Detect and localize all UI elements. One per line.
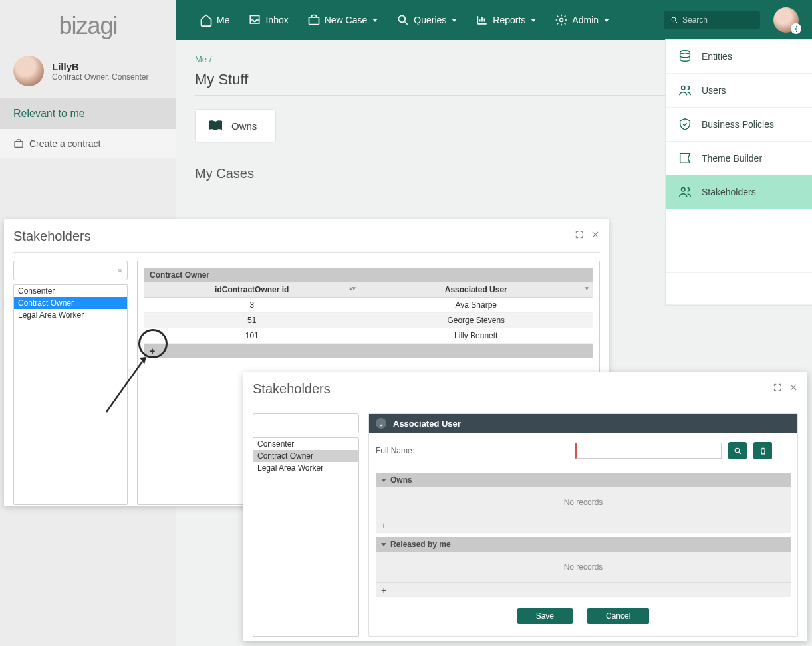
lookup-button[interactable] — [728, 442, 747, 459]
stakeholder-type-search[interactable] — [253, 413, 359, 433]
owns-empty: No records — [376, 487, 791, 518]
chevron-down-icon — [381, 479, 386, 482]
admin-users-label: Users — [702, 85, 726, 96]
nav-reports-label: Reports — [493, 15, 525, 25]
global-search[interactable] — [664, 11, 760, 29]
chevron-down-icon — [381, 543, 386, 546]
released-add-button[interactable]: + — [376, 582, 791, 597]
stakeholders-form-dialog: Stakeholders Consenter Contract Owner Le… — [243, 372, 807, 641]
sort-icon[interactable]: ▴▾ — [349, 285, 356, 292]
expand-icon[interactable] — [575, 230, 584, 239]
caret-icon — [452, 19, 457, 22]
cancel-button[interactable]: Cancel — [587, 608, 649, 624]
owns-add-button[interactable]: + — [376, 518, 791, 533]
caret-icon — [372, 19, 378, 22]
book-icon — [207, 119, 223, 132]
svg-point-1 — [399, 15, 406, 22]
owns-section-header[interactable]: Owns — [376, 473, 791, 487]
admin-item-placeholder[interactable]: › — [666, 241, 812, 273]
chart-icon — [475, 13, 489, 27]
released-section-header[interactable]: Released by me — [376, 537, 791, 552]
list-item[interactable]: Consenter — [253, 438, 358, 450]
close-icon[interactable] — [789, 383, 798, 392]
user-role: Contract Owner, Consenter — [52, 72, 148, 82]
svg-point-2 — [560, 19, 563, 22]
user-avatar[interactable] — [773, 7, 799, 33]
stakeholder-type-search-input[interactable] — [18, 266, 118, 275]
nav-queries-label: Queries — [414, 15, 446, 25]
svg-point-9 — [118, 269, 121, 271]
clear-button[interactable] — [753, 442, 772, 459]
close-icon[interactable] — [591, 230, 600, 239]
full-name-label: Full Name: — [376, 446, 569, 455]
released-empty: No records — [376, 552, 791, 582]
nav-new-case[interactable]: New Case — [301, 9, 385, 31]
filter-icon[interactable]: ▾ — [585, 285, 589, 292]
list-item[interactable]: Contract Owner — [253, 450, 358, 462]
table-row[interactable]: 51George Stevens — [144, 313, 593, 328]
stakeholder-type-list: Consenter Contract Owner Legal Area Work… — [253, 437, 359, 637]
shield-icon — [678, 117, 692, 132]
add-row-button[interactable]: + — [144, 344, 593, 358]
admin-item-placeholder[interactable]: › — [666, 273, 812, 305]
admin-stakeholders[interactable]: Stakeholders › — [666, 175, 812, 209]
list-item[interactable]: Contract Owner — [14, 297, 127, 309]
nav-inbox-label: Inbox — [265, 15, 288, 25]
search-input[interactable] — [682, 15, 753, 25]
admin-theme-label: Theme Builder — [702, 153, 762, 163]
admin-entities[interactable]: Entities › — [666, 40, 812, 74]
admin-stakeholders-label: Stakeholders — [702, 187, 756, 197]
stakeholder-form: ⌄ Associated User Full Name: Owns No rec… — [368, 413, 798, 637]
logo: bizagi — [0, 0, 176, 47]
search-icon — [670, 15, 678, 25]
inbox-icon — [248, 13, 261, 27]
caret-icon — [604, 19, 609, 22]
caret-icon — [531, 19, 536, 22]
search-icon — [734, 447, 742, 455]
admin-theme-builder[interactable]: Theme Builder › — [666, 142, 812, 175]
admin-users[interactable]: Users › — [666, 74, 812, 108]
expand-icon[interactable] — [773, 383, 782, 392]
table-row[interactable]: 101Lilly Bennett — [144, 328, 593, 344]
users-icon — [678, 83, 692, 98]
avatar-settings-icon[interactable] — [791, 23, 801, 34]
dialog-title: Stakeholders — [253, 381, 798, 397]
stakeholder-type-search[interactable] — [13, 261, 128, 280]
svg-point-6 — [680, 51, 690, 54]
database-icon — [678, 49, 692, 64]
col-header-user[interactable]: Associated User▾ — [360, 282, 593, 297]
nav-admin[interactable]: Admin — [548, 9, 616, 31]
home-icon — [200, 13, 213, 27]
full-name-input[interactable] — [575, 443, 722, 459]
stakeholder-type-search-input[interactable] — [257, 419, 357, 428]
nav-queries[interactable]: Queries — [390, 9, 464, 31]
palette-icon — [678, 151, 692, 165]
svg-rect-0 — [309, 17, 319, 25]
top-nav: Me Inbox New Case Queries Reports Admin — [176, 0, 812, 40]
save-button[interactable]: Save — [517, 608, 573, 624]
collapse-icon[interactable]: ⌄ — [376, 418, 386, 429]
col-header-id[interactable]: idContractOwner id▴▾ — [144, 282, 360, 297]
nav-reports[interactable]: Reports — [469, 9, 543, 31]
user-block: LillyB Contract Owner, Consenter — [0, 47, 176, 98]
table-row[interactable]: 3Ava Sharpe — [144, 298, 593, 313]
admin-business-policies[interactable]: Business Policies › — [666, 108, 812, 142]
list-item[interactable]: Legal Area Worker — [14, 309, 127, 321]
search-icon — [396, 13, 410, 27]
associated-user-header[interactable]: ⌄ Associated User — [369, 414, 797, 433]
nav-me[interactable]: Me — [193, 9, 236, 31]
stakeholder-type-list: Consenter Contract Owner Legal Area Work… — [13, 284, 128, 505]
list-item[interactable]: Consenter — [14, 285, 127, 297]
owns-card[interactable]: Owns — [195, 109, 276, 142]
svg-point-11 — [735, 448, 740, 453]
gear-icon — [555, 13, 568, 27]
sidebar-relevant[interactable]: Relevant to me — [0, 98, 176, 129]
admin-item-placeholder[interactable]: › — [666, 209, 812, 241]
user-avatar-side — [13, 56, 44, 86]
sidebar-create-contract[interactable]: Create a contract — [0, 129, 176, 158]
briefcase-plus-icon — [307, 13, 321, 27]
nav-inbox[interactable]: Inbox — [241, 9, 295, 31]
list-item[interactable]: Legal Area Worker — [253, 462, 358, 474]
stakeholders-icon — [678, 185, 692, 199]
search-icon — [118, 267, 123, 275]
